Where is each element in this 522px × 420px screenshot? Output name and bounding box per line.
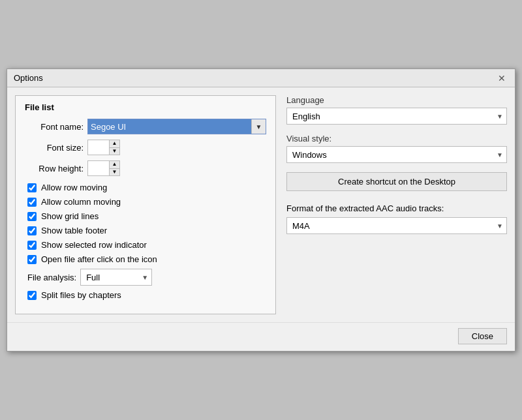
font-name-input-wrapper[interactable]: Segoe UI ▼ (87, 119, 266, 134)
font-name-row: Font name: Segoe UI ▼ (25, 119, 266, 134)
allow-row-moving-label: Allow row moving (41, 183, 107, 192)
visual-style-select[interactable]: Windows Dark Light (286, 146, 507, 163)
file-analysis-label: File analysis: (27, 273, 76, 282)
visual-style-select-wrapper[interactable]: Windows Dark Light ▼ (286, 146, 507, 163)
file-list-group: File list Font name: Segoe UI ▼ Font siz… (15, 95, 276, 314)
dialog-footer: Close (7, 322, 515, 351)
font-name-dropdown-arrow[interactable]: ▼ (251, 119, 266, 134)
right-panel: Language English German French Spanish ▼… (286, 95, 507, 314)
title-bar: Options ✕ (7, 69, 515, 87)
show-table-footer-label: Show table footer (41, 226, 107, 235)
visual-style-section: Visual style: Windows Dark Light ▼ (286, 134, 507, 163)
language-label: Language (286, 95, 507, 105)
font-size-row: Font size: 8 ▲ ▼ (25, 140, 266, 155)
font-size-spinner[interactable]: 8 ▲ ▼ (87, 140, 120, 155)
desktop-shortcut-button[interactable]: Create shortcut on the Desktop (286, 172, 507, 191)
options-dialog: Options ✕ File list Font name: Segoe UI … (7, 68, 515, 352)
row-height-label: Row height: (25, 164, 84, 173)
allow-col-moving-row: Allow column moving (27, 197, 266, 207)
dialog-title: Options (14, 73, 43, 83)
show-row-indicator-label: Show selected row indicator (41, 240, 147, 250)
font-size-up-button[interactable]: ▲ (110, 140, 119, 147)
split-files-label: Split files by chapters (41, 290, 121, 300)
row-height-row: Row height: 22 ▲ ▼ (25, 160, 266, 176)
allow-col-moving-checkbox[interactable] (27, 198, 37, 207)
show-table-footer-checkbox[interactable] (27, 226, 37, 235)
aac-format-select-wrapper[interactable]: M4A AAC MP3 ▼ (286, 217, 507, 234)
row-height-up-button[interactable]: ▲ (110, 161, 119, 168)
show-grid-lines-checkbox[interactable] (27, 212, 37, 221)
desktop-shortcut-section: Create shortcut on the Desktop (286, 172, 507, 191)
aac-format-label: Format of the extracted AAC audio tracks… (286, 203, 507, 215)
aac-format-select[interactable]: M4A AAC MP3 (286, 217, 507, 234)
open-file-after-click-label: Open file after click on the icon (41, 254, 157, 264)
file-analysis-select[interactable]: Full Fast None (80, 269, 152, 286)
show-row-indicator-checkbox[interactable] (27, 241, 37, 250)
font-name-label: Font name: (25, 122, 84, 132)
show-table-footer-row: Show table footer (27, 226, 266, 235)
file-list-title: File list (25, 102, 266, 112)
row-height-down-button[interactable]: ▼ (110, 168, 119, 176)
dialog-content: File list Font name: Segoe UI ▼ Font siz… (7, 87, 515, 322)
close-icon[interactable]: ✕ (495, 74, 508, 83)
allow-row-moving-row: Allow row moving (27, 183, 266, 192)
show-row-indicator-row: Show selected row indicator (27, 240, 266, 250)
split-files-checkbox[interactable] (27, 291, 37, 300)
language-select[interactable]: English German French Spanish (286, 108, 507, 125)
allow-row-moving-checkbox[interactable] (27, 183, 37, 192)
language-select-wrapper[interactable]: English German French Spanish ▼ (286, 108, 507, 125)
font-size-label: Font size: (25, 143, 84, 153)
left-panel: File list Font name: Segoe UI ▼ Font siz… (15, 95, 276, 314)
row-height-spinner[interactable]: 22 ▲ ▼ (87, 160, 120, 176)
checkboxes-section: Allow row moving Allow column moving Sho… (25, 183, 266, 264)
language-section: Language English German French Spanish ▼ (286, 95, 507, 125)
show-grid-lines-row: Show grid lines (27, 211, 266, 221)
allow-col-moving-label: Allow column moving (41, 197, 121, 207)
file-analysis-row: File analysis: Full Fast None ▼ (27, 269, 266, 286)
file-analysis-select-wrapper[interactable]: Full Fast None ▼ (80, 269, 152, 286)
row-height-spinner-buttons: ▲ ▼ (109, 161, 119, 175)
font-size-input[interactable]: 8 (88, 140, 109, 155)
font-size-spinner-buttons: ▲ ▼ (109, 140, 119, 155)
font-size-down-button[interactable]: ▼ (110, 147, 119, 155)
open-file-after-click-row: Open file after click on the icon (27, 254, 266, 264)
close-button[interactable]: Close (458, 328, 507, 344)
aac-format-section: Format of the extracted AAC audio tracks… (286, 203, 507, 234)
open-file-after-click-checkbox[interactable] (27, 255, 37, 264)
split-files-row: Split files by chapters (27, 290, 266, 300)
row-height-input[interactable]: 22 (88, 161, 109, 175)
visual-style-label: Visual style: (286, 134, 507, 143)
show-grid-lines-label: Show grid lines (41, 211, 99, 221)
font-name-value[interactable]: Segoe UI (88, 119, 251, 134)
